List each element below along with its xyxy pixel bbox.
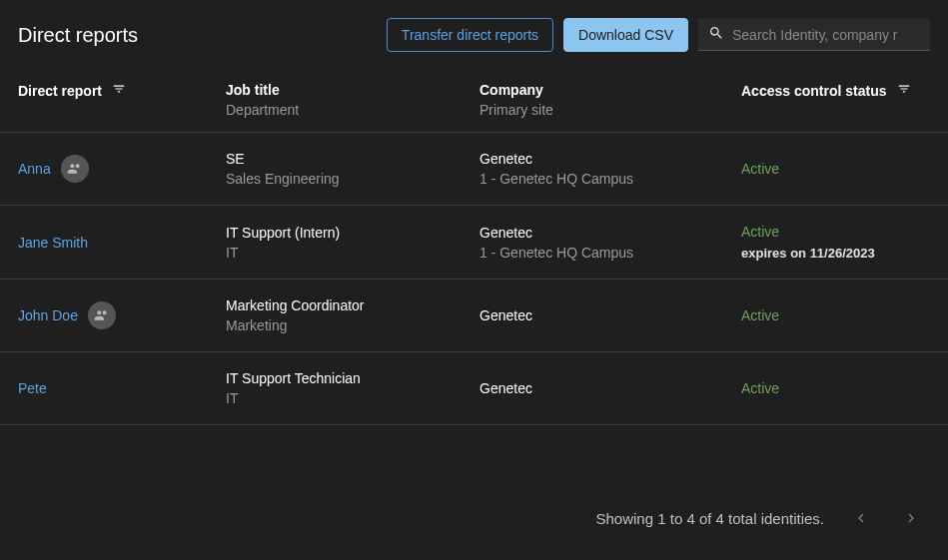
job-title: IT Support (Intern) bbox=[226, 225, 479, 241]
search-input[interactable] bbox=[732, 27, 920, 43]
column-header-direct-report[interactable]: Direct report bbox=[18, 83, 102, 99]
company: Genetec bbox=[479, 307, 741, 323]
table-row: Jane SmithIT Support (Intern)ITGenetec1 … bbox=[0, 206, 948, 280]
table-row: PeteIT Support TechnicianITGenetecActive bbox=[0, 352, 948, 425]
column-header-company[interactable]: Company bbox=[479, 82, 543, 98]
search-icon bbox=[708, 25, 732, 44]
job-title: Marketing Coordinator bbox=[226, 297, 479, 313]
company: Genetec bbox=[479, 151, 741, 167]
department: IT bbox=[226, 390, 479, 406]
department: Marketing bbox=[226, 317, 479, 333]
filter-icon[interactable] bbox=[897, 82, 911, 99]
column-subheader-department: Department bbox=[226, 102, 479, 118]
job-title: IT Support Technician bbox=[226, 370, 479, 386]
identity-name-link[interactable]: Pete bbox=[18, 380, 47, 396]
table-row: John DoeMarketing CoordinatorMarketingGe… bbox=[0, 280, 948, 352]
department: IT bbox=[226, 245, 479, 261]
page-title: Direct reports bbox=[18, 24, 387, 47]
download-csv-button[interactable]: Download CSV bbox=[563, 18, 688, 52]
table-row: AnnaSESales EngineeringGenetec1 - Genete… bbox=[0, 133, 948, 206]
table-header: Direct report Job title Department Compa… bbox=[0, 64, 948, 133]
search-box[interactable] bbox=[698, 19, 930, 51]
primary-site: 1 - Genetec HQ Campus bbox=[479, 171, 741, 187]
column-subheader-primary-site: Primary site bbox=[479, 102, 741, 118]
status-badge: Active bbox=[741, 380, 930, 396]
status-badge: Active bbox=[741, 307, 930, 323]
column-header-access-status[interactable]: Access control status bbox=[741, 83, 887, 99]
identity-name-link[interactable]: John Doe bbox=[18, 307, 78, 323]
job-title: SE bbox=[226, 151, 479, 167]
identity-name-link[interactable]: Anna bbox=[18, 161, 51, 177]
avatar bbox=[61, 155, 89, 183]
department: Sales Engineering bbox=[226, 171, 479, 187]
avatar bbox=[88, 301, 116, 329]
status-extra: expires on 11/26/2023 bbox=[741, 246, 930, 261]
transfer-direct-reports-button[interactable]: Transfer direct reports bbox=[387, 18, 553, 52]
status-badge: Active bbox=[741, 224, 930, 240]
filter-icon[interactable] bbox=[112, 82, 126, 99]
identity-name-link[interactable]: Jane Smith bbox=[18, 235, 88, 251]
pagination-summary: Showing 1 to 4 of 4 total identities. bbox=[596, 510, 824, 527]
next-page-button[interactable] bbox=[898, 505, 924, 531]
company: Genetec bbox=[479, 225, 741, 241]
previous-page-button[interactable] bbox=[848, 505, 874, 531]
primary-site: 1 - Genetec HQ Campus bbox=[479, 245, 741, 261]
status-badge: Active bbox=[741, 161, 930, 177]
company: Genetec bbox=[479, 380, 741, 396]
column-header-job-title[interactable]: Job title bbox=[226, 82, 280, 98]
